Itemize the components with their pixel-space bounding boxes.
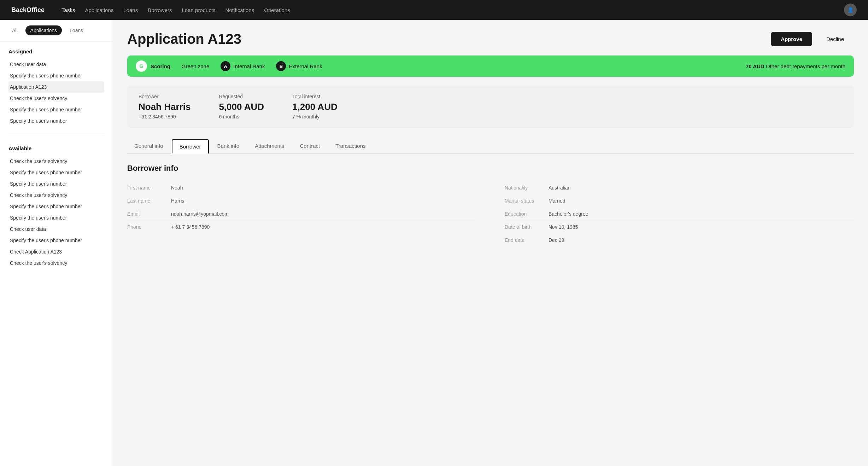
info-row-education: Education Bachelor's degree (505, 208, 854, 221)
available-item-7[interactable]: Specify the user's phone number (8, 235, 104, 246)
external-rank: B External Rank (276, 61, 322, 71)
assigned-section: Assigned Check user data Specify the use… (0, 41, 113, 129)
internal-rank-circle: A (221, 61, 230, 71)
available-section: Available Check the user's solvency Spec… (0, 138, 113, 272)
nationality-label: Nationality (505, 185, 540, 191)
assigned-item-1[interactable]: Specify the user's phone number (8, 70, 104, 81)
tab-transactions[interactable]: Transactions (328, 139, 373, 154)
external-rank-label: External Rank (289, 63, 322, 69)
lastname-label: Last name (127, 198, 163, 204)
available-item-1[interactable]: Specify the user's phone number (8, 167, 104, 178)
enddate-value: Dec 29 (549, 237, 564, 243)
borrower-phone: +61 2 3456 7890 (139, 114, 190, 120)
borrower-info-section: Borrower info First name Noah Last name … (127, 164, 854, 246)
marital-label: Marital status (505, 198, 540, 204)
avatar[interactable]: 👤 (844, 4, 857, 16)
sidebar-tab-all[interactable]: All (7, 25, 23, 35)
header-actions: Approve Decline (771, 32, 854, 46)
layout: All Applications Loans Assigned Check us… (0, 20, 868, 466)
info-row-dob: Date of birth Nov 10, 1985 (505, 221, 854, 234)
tab-bank-info[interactable]: Bank info (210, 139, 247, 154)
interest-rate: 7 % monthly (292, 114, 338, 120)
firstname-label: First name (127, 185, 163, 191)
assigned-item-3[interactable]: Check the user's solvency (8, 93, 104, 104)
phone-label: Phone (127, 224, 163, 230)
info-row-nationality: Nationality Australian (505, 181, 854, 194)
sidebar-tabs: All Applications Loans (0, 20, 113, 41)
logo: BackOffice (11, 6, 45, 14)
scoring-text: Scoring (151, 63, 170, 69)
firstname-value: Noah (171, 185, 183, 191)
nav-applications[interactable]: Applications (85, 7, 113, 13)
borrower-field: Borrower Noah Harris +61 2 3456 7890 (139, 94, 190, 120)
requested-amount: 5,000 AUD (219, 101, 264, 112)
tab-contract[interactable]: Contract (293, 139, 327, 154)
scoring-zone: Green zone (182, 63, 209, 69)
nav-notifications[interactable]: Notifications (225, 7, 254, 13)
nav-links: Tasks Applications Loans Borrowers Loan … (61, 7, 833, 13)
requested-term: 6 months (219, 114, 264, 120)
nav-loan-products[interactable]: Loan products (182, 7, 216, 13)
assigned-item-2[interactable]: Application A123 (8, 81, 104, 93)
borrower-right-column: Nationality Australian Marital status Ma… (505, 181, 854, 246)
info-row-firstname: First name Noah (127, 181, 476, 194)
borrower-info-title: Borrower info (127, 164, 854, 173)
available-item-4[interactable]: Specify the user's phone number (8, 201, 104, 212)
summary-card: Borrower Noah Harris +61 2 3456 7890 Req… (127, 85, 854, 128)
debt-label: Other debt repayments per month (766, 63, 845, 69)
decline-button[interactable]: Decline (816, 32, 854, 46)
tab-general-info[interactable]: General info (127, 139, 170, 154)
content-tabs: General info Borrower Bank info Attachme… (127, 139, 854, 154)
enddate-label: End date (505, 237, 540, 243)
nav-tasks[interactable]: Tasks (61, 7, 75, 13)
borrower-label: Borrower (139, 94, 190, 99)
scoring-label: G Scoring (136, 60, 170, 72)
available-title: Available (8, 145, 104, 151)
available-item-0[interactable]: Check the user's solvency (8, 156, 104, 167)
borrower-left-column: First name Noah Last name Harris Email n… (127, 181, 476, 246)
external-rank-circle: B (276, 61, 286, 71)
nav-loans[interactable]: Loans (123, 7, 138, 13)
education-value: Bachelor's degree (549, 211, 588, 217)
info-row-email: Email noah.harris@yopmail.com (127, 208, 476, 221)
tab-attachments[interactable]: Attachments (248, 139, 291, 154)
info-row-lastname: Last name Harris (127, 194, 476, 208)
available-item-8[interactable]: Check Application A123 (8, 246, 104, 257)
nationality-value: Australian (549, 185, 570, 191)
dob-value: Nov 10, 1985 (549, 224, 578, 230)
phone-value: + 61 7 3456 7890 (171, 224, 210, 230)
marital-value: Married (549, 198, 565, 204)
approve-button[interactable]: Approve (771, 32, 812, 46)
scoring-icon: G (136, 60, 147, 72)
available-item-6[interactable]: Check user data (8, 223, 104, 235)
borrower-name: Noah Harris (139, 101, 190, 112)
available-item-5[interactable]: Specify the user's number (8, 212, 104, 223)
available-item-2[interactable]: Specify the user's number (8, 178, 104, 190)
available-item-9[interactable]: Check the user's solvency (8, 257, 104, 269)
info-row-marital: Marital status Married (505, 194, 854, 208)
sidebar-tab-loans[interactable]: Loans (65, 25, 88, 35)
sidebar-divider (8, 134, 104, 134)
assigned-item-5[interactable]: Specify the user's number (8, 115, 104, 127)
page-header: Application A123 Approve Decline (127, 31, 854, 47)
email-label: Email (127, 211, 163, 217)
interest-field: Total interest 1,200 AUD 7 % monthly (292, 94, 338, 120)
assigned-title: Assigned (8, 48, 104, 54)
nav-operations[interactable]: Operations (264, 7, 290, 13)
borrower-info-grid: First name Noah Last name Harris Email n… (127, 181, 854, 246)
assigned-item-0[interactable]: Check user data (8, 59, 104, 70)
available-item-3[interactable]: Check the user's solvency (8, 190, 104, 201)
tab-borrower[interactable]: Borrower (172, 139, 209, 154)
interest-amount: 1,200 AUD (292, 101, 338, 112)
education-label: Education (505, 211, 540, 217)
sidebar: All Applications Loans Assigned Check us… (0, 20, 113, 466)
lastname-value: Harris (171, 198, 184, 204)
internal-rank-label: Internal Rank (233, 63, 265, 69)
debt-amount: 70 AUD (746, 63, 764, 69)
requested-label: Requested (219, 94, 264, 99)
page-title: Application A123 (127, 31, 241, 47)
internal-rank: A Internal Rank (221, 61, 265, 71)
assigned-item-4[interactable]: Specify the user's phone number (8, 104, 104, 115)
nav-borrowers[interactable]: Borrowers (148, 7, 172, 13)
sidebar-tab-applications[interactable]: Applications (25, 25, 62, 35)
